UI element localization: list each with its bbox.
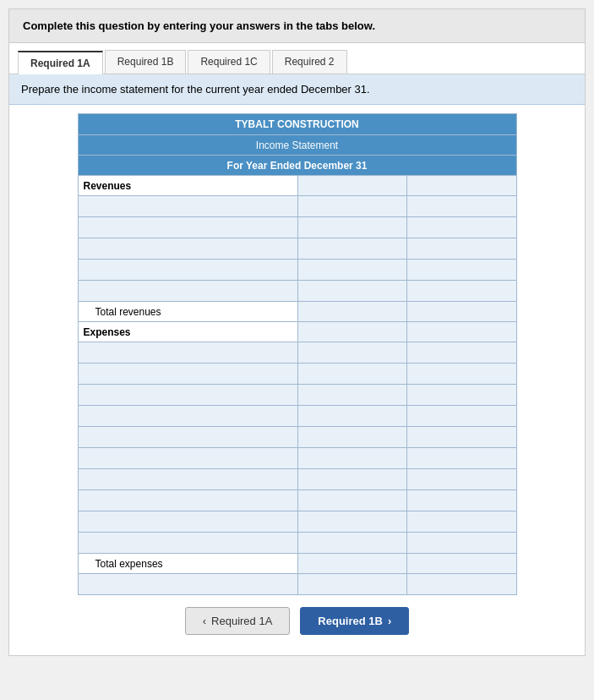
table-row (78, 217, 516, 238)
expense-amt-7[interactable] (298, 469, 407, 489)
prev-button[interactable]: ‹ Required 1A (185, 607, 291, 635)
expenses-label: Expenses (78, 322, 297, 342)
net-income-desc[interactable] (84, 577, 292, 592)
statement-header-row: Income Statement (78, 135, 516, 156)
table-row (78, 342, 516, 364)
revenue-total-1[interactable] (407, 196, 516, 216)
revenue-total-3[interactable] (407, 238, 516, 259)
expense-amt-10[interactable] (298, 533, 407, 553)
expense-desc-5[interactable] (84, 429, 292, 445)
period-header-row: For Year Ended December 31 (78, 156, 516, 176)
table-row (78, 448, 516, 469)
expense-total-10[interactable] (407, 533, 516, 553)
next-chevron-icon: › (388, 615, 391, 627)
expense-total-9[interactable] (407, 511, 516, 532)
table-row (78, 364, 516, 385)
income-statement-table: TYBALT CONSTRUCTION Income Statement For… (78, 113, 517, 595)
revenue-total-2[interactable] (407, 217, 516, 238)
revenue-desc-1[interactable] (84, 199, 292, 214)
expense-amt-5[interactable] (298, 427, 407, 447)
expense-amt-1[interactable] (298, 342, 407, 363)
instruction-bar: Complete this question by entering your … (9, 9, 585, 43)
prev-chevron-icon: ‹ (203, 615, 206, 627)
page-container: Complete this question by entering your … (8, 8, 586, 656)
expense-total-2[interactable] (407, 364, 516, 384)
statement-label: Income Statement (78, 135, 516, 156)
revenues-total-header (407, 176, 517, 196)
expense-amt-3[interactable] (298, 385, 407, 405)
expense-amt-6[interactable] (298, 448, 407, 468)
revenue-amt-1[interactable] (298, 196, 407, 216)
table-row (78, 406, 516, 427)
expense-desc-6[interactable] (84, 451, 292, 466)
revenue-amt-5[interactable] (298, 281, 407, 301)
expense-desc-7[interactable] (84, 472, 292, 487)
total-expenses-label: Total expenses (78, 554, 297, 574)
period-label: For Year Ended December 31 (78, 156, 516, 176)
expense-desc-10[interactable] (84, 535, 292, 550)
tab-required-1a[interactable]: Required 1A (18, 51, 103, 74)
table-row (78, 469, 516, 490)
net-income-amt[interactable] (298, 574, 407, 594)
total-expenses-row: Total expenses (78, 554, 516, 574)
expense-amt-2[interactable] (298, 364, 407, 384)
table-row (78, 196, 516, 217)
next-button[interactable]: Required 1B › (300, 607, 409, 635)
prev-button-label: Required 1A (211, 615, 272, 627)
table-row (78, 490, 516, 511)
expense-total-5[interactable] (407, 427, 516, 447)
expense-total-4[interactable] (407, 406, 516, 426)
revenues-label: Revenues (78, 176, 297, 196)
expense-desc-2[interactable] (84, 366, 292, 381)
company-name: TYBALT CONSTRUCTION (78, 114, 516, 135)
expense-total-8[interactable] (407, 490, 516, 511)
expense-total-7[interactable] (407, 469, 516, 489)
revenue-amt-4[interactable] (298, 260, 407, 280)
tab-required-2[interactable]: Required 2 (272, 50, 347, 74)
expense-total-1[interactable] (407, 342, 516, 363)
instruction-text: Complete this question by entering your … (23, 19, 375, 32)
expense-desc-1[interactable] (84, 345, 292, 360)
expense-total-6[interactable] (407, 448, 516, 468)
revenue-desc-5[interactable] (84, 283, 292, 298)
company-header-row: TYBALT CONSTRUCTION (78, 114, 516, 135)
table-row (78, 427, 516, 448)
expense-desc-3[interactable] (84, 387, 292, 402)
revenue-total-4[interactable] (407, 260, 516, 280)
tab-required-1b[interactable]: Required 1B (105, 50, 187, 74)
net-income-total[interactable] (407, 574, 516, 594)
expense-total-3[interactable] (407, 385, 516, 405)
revenue-desc-4[interactable] (84, 262, 292, 277)
nav-bar: ‹ Required 1A Required 1B › (21, 595, 573, 643)
table-row (78, 281, 516, 302)
table-row (78, 385, 516, 406)
revenue-total-5[interactable] (407, 281, 516, 301)
content-area: TYBALT CONSTRUCTION Income Statement For… (9, 105, 585, 655)
net-income-row (78, 574, 516, 595)
revenue-amt-2[interactable] (298, 217, 407, 238)
expense-amt-9[interactable] (298, 511, 407, 532)
total-revenues-row: Total revenues (78, 302, 516, 322)
expense-amt-8[interactable] (298, 490, 407, 511)
expense-desc-4[interactable] (84, 408, 292, 424)
tabs-bar: Required 1A Required 1B Required 1C Requ… (9, 43, 585, 74)
tab-required-1c[interactable]: Required 1C (188, 50, 270, 74)
table-row (78, 260, 516, 281)
total-revenues-label: Total revenues (78, 302, 297, 322)
expense-desc-8[interactable] (84, 493, 292, 508)
total-expenses-amt[interactable] (298, 554, 407, 573)
total-expenses-total[interactable] (407, 554, 516, 573)
table-row (78, 238, 516, 260)
expense-desc-9[interactable] (84, 514, 292, 529)
table-row (78, 511, 516, 533)
expense-amt-4[interactable] (298, 406, 407, 426)
total-revenues-total[interactable] (407, 302, 516, 321)
table-row (78, 533, 516, 554)
next-button-label: Required 1B (318, 615, 383, 627)
revenue-desc-3[interactable] (84, 241, 292, 256)
revenues-section-row: Revenues (78, 176, 516, 196)
question-instruction: Prepare the income statement for the cur… (9, 74, 585, 105)
revenue-amt-3[interactable] (298, 238, 407, 259)
revenue-desc-2[interactable] (84, 220, 292, 235)
total-revenues-amt[interactable] (298, 302, 407, 321)
